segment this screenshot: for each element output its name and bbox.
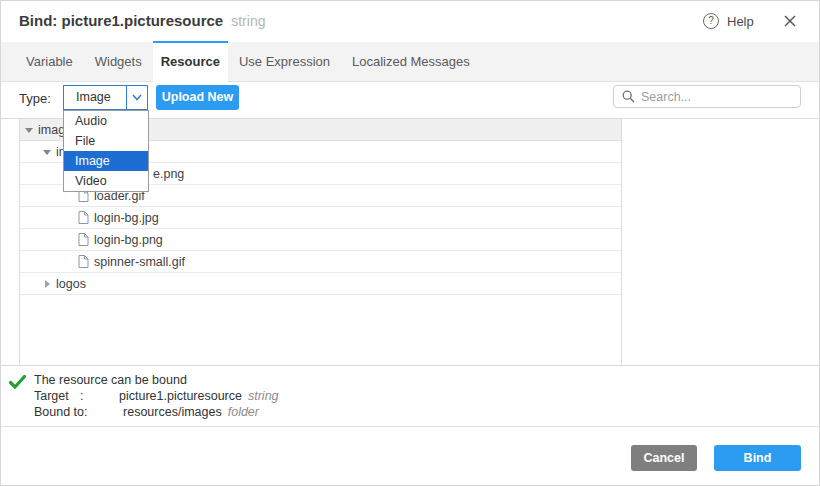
type-select-value: Image — [76, 86, 111, 109]
bind-dialog: Bind: picture1.picturesourcestring ? Hel… — [0, 0, 820, 486]
dialog-title: Bind: picture1.picturesourcestring — [19, 12, 265, 29]
tab-widgets[interactable]: Widgets — [84, 42, 153, 81]
status-target-type: string — [248, 389, 279, 403]
tab-variable[interactable]: Variable — [15, 42, 84, 81]
dropdown-option-video[interactable]: Video — [64, 171, 148, 191]
tab-bar: Variable Widgets Resource Use Expression… — [1, 42, 819, 82]
tree-row-label: login-bg.png — [94, 233, 163, 247]
search-box[interactable] — [613, 85, 801, 108]
type-label: Type: — [19, 91, 51, 106]
check-icon — [9, 375, 26, 393]
tree-bottom-border — [1, 365, 819, 366]
status-target-row: Target:picture1.picturesourcestring — [34, 389, 279, 403]
dropdown-option-image[interactable]: Image — [64, 151, 148, 171]
close-icon[interactable] — [782, 13, 798, 29]
tree-row-label: login-bg.jpg — [94, 211, 159, 225]
bind-button[interactable]: Bind — [714, 445, 801, 471]
tree-row-spinner-small-gif[interactable]: spinner-small.gif — [20, 251, 621, 273]
search-input[interactable] — [641, 90, 802, 104]
upload-new-button[interactable]: Upload New — [156, 85, 239, 110]
tree-row-login-bg-png[interactable]: login-bg.png — [20, 229, 621, 251]
file-icon — [78, 233, 89, 246]
file-icon — [78, 255, 89, 268]
chevron-down-icon[interactable] — [126, 86, 147, 109]
folder-collapsed-icon[interactable] — [43, 280, 56, 288]
tab-resource[interactable]: Resource — [153, 41, 228, 82]
status-bound-value: resources/images — [123, 405, 222, 419]
status-bound-row: Bound to:resources/imagesfolder — [34, 405, 259, 419]
status-target-label: Target — [34, 389, 80, 403]
type-dropdown-list: Audio File Image Video — [63, 110, 149, 192]
status-bound-label: Bound to — [34, 405, 84, 419]
dropdown-option-file[interactable]: File — [64, 131, 148, 151]
footer-divider — [1, 426, 819, 427]
tab-use-expression[interactable]: Use Expression — [228, 42, 341, 81]
dialog-title-text: Bind: picture1.picturesource — [19, 12, 223, 29]
search-icon — [622, 90, 635, 103]
status-target-value: picture1.picturesource — [119, 389, 242, 403]
cancel-button[interactable]: Cancel — [631, 445, 697, 471]
folder-expanded-icon[interactable] — [25, 126, 38, 134]
status-message: The resource can be bound — [34, 373, 187, 387]
tree-preview-divider — [621, 119, 622, 365]
dropdown-option-audio[interactable]: Audio — [64, 111, 148, 131]
status-separator: : — [84, 405, 123, 419]
tab-localized-messages[interactable]: Localized Messages — [341, 42, 481, 81]
type-select[interactable]: Image — [63, 85, 148, 110]
tree-row-label: e.png — [153, 167, 184, 181]
status-bound-type: folder — [228, 405, 259, 419]
status-separator: : — [80, 389, 119, 403]
help-button[interactable]: Help — [727, 14, 754, 29]
file-icon — [78, 211, 89, 224]
tree-row-logos-folder[interactable]: logos — [20, 273, 621, 295]
folder-expanded-icon[interactable] — [43, 148, 56, 156]
dialog-title-type: string — [231, 13, 265, 29]
title-bar: Bind: picture1.picturesourcestring ? Hel… — [1, 1, 819, 42]
tree-row-label: spinner-small.gif — [94, 255, 185, 269]
tree-row-login-bg-jpg[interactable]: login-bg.jpg — [20, 207, 621, 229]
tree-row-label: logos — [56, 277, 86, 291]
help-icon[interactable]: ? — [703, 13, 719, 29]
